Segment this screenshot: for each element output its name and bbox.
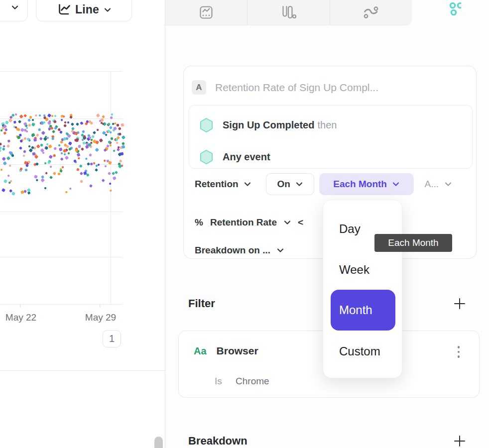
- scatter-point: [119, 127, 122, 130]
- scatter-point: [34, 175, 37, 178]
- chart-type-button[interactable]: Line: [36, 0, 132, 21]
- tab-bar-view[interactable]: [247, 0, 329, 25]
- scatter-point: [65, 191, 68, 194]
- scatter-point: [69, 187, 72, 190]
- menu-item-week[interactable]: Week: [339, 263, 369, 277]
- scatter-dots-icon: [440, 1, 461, 18]
- actual-label: A...: [425, 179, 439, 190]
- scatter-point: [89, 185, 93, 188]
- scatter-point: [36, 133, 39, 137]
- actual-dropdown[interactable]: A...: [425, 179, 452, 190]
- scatter-point: [64, 153, 67, 156]
- query-title[interactable]: Retention Rate of Sign Up Compl...: [215, 82, 378, 94]
- scatter-point: [7, 139, 10, 143]
- breakdown-on-label: Breakdown on ...: [195, 245, 270, 256]
- axis-tick: [20, 304, 20, 307]
- text-property-icon: Aa: [194, 345, 207, 357]
- scatter-point: [36, 179, 38, 182]
- gridline: [0, 257, 122, 257]
- event-name[interactable]: Sign Up Completed: [223, 119, 314, 130]
- scatter-point: [38, 128, 41, 131]
- scatter-point: [39, 137, 42, 140]
- scatter-point: [115, 171, 118, 174]
- scatter-point: [113, 176, 117, 180]
- retention-dropdown[interactable]: Retention: [195, 179, 251, 190]
- scatter-point: [67, 152, 70, 155]
- scatter-point: [49, 155, 53, 159]
- toolbar-dropdown-button[interactable]: [0, 0, 28, 21]
- filter-property-name[interactable]: Browser: [217, 345, 258, 357]
- gridline: [0, 304, 122, 305]
- scatter-point: [54, 147, 57, 150]
- filter-menu-button[interactable]: [452, 343, 465, 361]
- tab-chart-view[interactable]: [165, 0, 247, 25]
- scatter-point: [61, 152, 64, 155]
- scatter-point: [22, 154, 25, 157]
- pagination-page-button[interactable]: 1: [103, 330, 121, 347]
- plus-icon: [453, 435, 466, 448]
- scatter-point: [60, 157, 63, 160]
- menu-item-month[interactable]: Month: [331, 290, 395, 331]
- scatter-point: [91, 135, 95, 139]
- menu-item-custom[interactable]: Custom: [339, 344, 380, 358]
- scatter-point: [23, 150, 27, 153]
- scatter-point: [110, 189, 112, 192]
- filter-section-title: Filter: [188, 297, 215, 310]
- scatter-point: [48, 144, 52, 148]
- retention-label: Retention: [195, 179, 239, 190]
- scatter-point: [67, 121, 70, 124]
- period-dropdown[interactable]: Each Month: [319, 173, 414, 195]
- x-axis-label: May 22: [5, 312, 36, 323]
- scatter-point: [119, 159, 122, 162]
- metric-label: Retention Rate: [210, 217, 277, 228]
- scatter-point: [18, 120, 21, 123]
- scatter-point: [0, 142, 2, 146]
- add-breakdown-button[interactable]: [453, 434, 467, 448]
- scatter-point: [0, 168, 3, 171]
- scatter-point: [49, 176, 52, 179]
- scatter-point: [7, 174, 10, 177]
- scatter-point: [96, 113, 100, 117]
- scatter-point: [6, 156, 10, 160]
- filter-value[interactable]: Chrome: [236, 376, 269, 386]
- add-filter-button[interactable]: [453, 297, 467, 311]
- breakdown-on-dropdown[interactable]: Breakdown on ...: [195, 245, 284, 256]
- divider: [0, 370, 165, 371]
- chevron-down-icon: [392, 182, 399, 187]
- scatter-point: [121, 123, 124, 126]
- on-dropdown[interactable]: On: [266, 173, 314, 195]
- scatter-point: [81, 147, 84, 151]
- config-panel: A Retention Rate of Sign Up Compl... Sig…: [165, 0, 489, 448]
- scatter-plot: May 22May 29: [0, 0, 165, 448]
- scatter-point: [64, 121, 67, 124]
- event-row-second[interactable]: Any event: [199, 149, 270, 165]
- scatter-point: [60, 115, 64, 118]
- scatter-point: [1, 188, 5, 192]
- scatter-point: [54, 114, 57, 117]
- scatter-point: [31, 118, 34, 121]
- scatter-point: [102, 179, 105, 182]
- scatter-point: [113, 149, 115, 152]
- event-name[interactable]: Any event: [223, 151, 270, 163]
- filter-operator[interactable]: Is: [215, 376, 222, 386]
- event-row-first[interactable]: Sign Up Completedthen: [199, 117, 337, 133]
- scatter-point: [77, 168, 80, 171]
- chart-panel: May 22May 29 Line 1: [0, 0, 165, 448]
- scatter-point: [111, 113, 114, 115]
- scatter-point: [95, 168, 98, 171]
- scatter-point: [109, 126, 113, 129]
- menu-item-day[interactable]: Day: [339, 222, 361, 236]
- scatter-point: [89, 153, 92, 157]
- scatter-point: [45, 172, 48, 175]
- scatter-point: [32, 152, 36, 155]
- tab-flow-view[interactable]: [330, 0, 412, 25]
- scatter-point: [51, 137, 54, 140]
- metric-dropdown[interactable]: % Retention Rate <: [195, 217, 303, 228]
- scatter-point: [0, 149, 1, 152]
- tab-scatter-view[interactable]: [412, 0, 489, 25]
- scatter-point: [122, 135, 125, 139]
- app-window: May 22May 29 Line 1: [0, 0, 489, 448]
- scrollbar-thumb[interactable]: [154, 437, 163, 448]
- scatter-point: [71, 122, 74, 126]
- scatter-point: [11, 192, 15, 195]
